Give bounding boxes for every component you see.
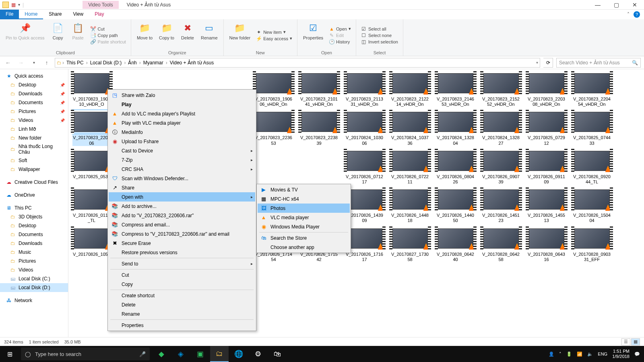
file-thumbnail[interactable]: V_20170825_072912 <box>527 112 566 146</box>
file-thumbnail[interactable]: V_20170826_071217 <box>345 151 384 185</box>
file-thumbnail[interactable]: V_20170823_210141_vHDR_On <box>300 73 338 107</box>
sidebar-item[interactable]: 🗀Documents <box>0 230 68 239</box>
tray-notifications-icon[interactable]: 💬 <box>634 352 640 357</box>
ctx-compress-rar-email[interactable]: 📚Compress to "V_20170823_220606.rar" and… <box>109 229 255 239</box>
easy-access-button[interactable]: ⚡Easy access ▾ <box>256 36 292 41</box>
ctx-delete[interactable]: Delete <box>109 300 255 309</box>
file-thumbnail[interactable]: V_20170826_090739 <box>482 151 520 185</box>
file-thumbnail[interactable]: V_20170826_143909 <box>345 189 384 223</box>
sidebar-item[interactable]: 🗀Nhà thuốc Long Châu <box>0 142 68 156</box>
file-thumbnail[interactable]: V_20170823_190810_vHDR_O <box>72 73 111 107</box>
ctx-play-vlc[interactable]: ▲Play with VLC media player <box>109 118 255 128</box>
sidebar-creative-cloud[interactable]: ☁Creative Cloud Files <box>0 178 68 187</box>
ctx-send-to[interactable]: Send to▸ <box>109 259 255 268</box>
openwith-mpchc[interactable]: ▦MPC-HC x64 <box>258 194 350 204</box>
select-none-button[interactable]: ☐Select none <box>361 33 398 38</box>
pin-quick-access-button[interactable]: 📌Pin to Quick access <box>3 21 47 49</box>
ctx-crc-sha[interactable]: CRC SHA▸ <box>109 165 255 174</box>
ctx-upload-fshare[interactable]: ◉Upload to Fshare <box>109 137 255 146</box>
cut-button[interactable]: ✂️Cut <box>91 26 126 32</box>
invert-selection-button[interactable]: ◫Invert selection <box>361 39 398 45</box>
paste-button[interactable]: 📋Paste <box>69 21 87 49</box>
taskbar-telegram[interactable]: ◈ <box>171 346 190 362</box>
tray-up-icon[interactable]: ˄ <box>559 352 561 357</box>
file-thumbnail[interactable]: V_20170826_080426 <box>436 151 475 185</box>
file-thumbnail[interactable]: V_20170826_144818 <box>391 189 429 223</box>
rename-button[interactable]: ▭Rename <box>198 21 220 49</box>
ctx-mediainfo[interactable]: ⓘMediaInfo <box>109 128 255 137</box>
ctx-add-archive[interactable]: 📚Add to archive... <box>109 202 255 211</box>
breadcrumb[interactable]: 🗀 › This PC› Local Disk (D:)› Ảnh› Myanm… <box>55 58 540 68</box>
sidebar-network[interactable]: 🖧Network <box>0 296 68 305</box>
file-thumbnail[interactable]: V_20170823_215252_vHDR_On <box>482 73 520 107</box>
view-thumbnails-button[interactable]: ▦ <box>631 338 640 346</box>
edit-button[interactable]: ✎Edit <box>329 33 351 38</box>
sidebar-item[interactable]: 🗀Music <box>0 248 68 257</box>
sidebar-item[interactable]: 🗀Downloads <box>0 239 68 248</box>
file-thumbnail[interactable]: V_20170826_171617 <box>345 228 384 262</box>
file-thumbnail[interactable]: V_20170823_220308_vHDR_On <box>527 73 566 107</box>
sidebar-item[interactable]: 🗀Linh Mỡ <box>0 125 68 134</box>
sidebar-item[interactable]: 🗀Desktop <box>0 221 68 230</box>
view-details-button[interactable]: ☰ <box>621 338 630 346</box>
sidebar-item[interactable]: 🗀Pictures <box>0 257 68 265</box>
sidebar-item[interactable]: 🗀Pictures📌 <box>0 107 68 116</box>
history-button[interactable]: 🕑History <box>329 39 351 45</box>
openwith-vlc[interactable]: ▲VLC media player <box>258 213 350 222</box>
ctx-share-zalo[interactable]: ◳Share with Zalo <box>109 90 255 100</box>
start-button[interactable]: ⊞ <box>0 346 19 362</box>
taskbar-search[interactable]: ◯ Type here to search 🎤 <box>21 348 150 360</box>
sidebar-item[interactable]: 🗀Soft <box>0 156 68 165</box>
file-thumbnail[interactable]: V_20170828_090331_EFF <box>573 228 611 262</box>
file-thumbnail[interactable]: V_20170825_0534 <box>72 151 111 185</box>
qat-dropdown-icon[interactable]: ▾ <box>18 2 20 7</box>
copy-path-button[interactable]: 📑Copy path <box>91 33 126 38</box>
sidebar-item[interactable]: 🖴Local Disk (D:) <box>0 283 68 292</box>
open-button[interactable]: ▲Open ▾ <box>329 26 351 32</box>
file-thumbnail[interactable]: V_20170826_0112_TL <box>72 189 111 223</box>
forward-button[interactable]: → <box>16 58 26 68</box>
sidebar-item[interactable]: 🗀3D Objects <box>0 212 68 221</box>
ctx-cast-device[interactable]: Cast to Device▸ <box>109 146 255 155</box>
file-thumbnail[interactable]: V_20170824_103006 <box>345 112 384 146</box>
file-thumbnail[interactable]: V_20170826_072211 <box>391 151 429 185</box>
qat-save-icon[interactable]: ▦ <box>11 2 16 8</box>
openwith-search-store[interactable]: 🛍Search the Store <box>258 233 350 243</box>
file-thumbnail[interactable]: V_20170823_211331_vHDR_On <box>345 73 384 107</box>
recent-button[interactable]: ▾ <box>29 58 39 68</box>
file-thumbnail[interactable]: V_20170823_190606_vHDR_On <box>254 73 293 107</box>
sidebar-item[interactable]: 🗀Videos <box>0 265 68 274</box>
sidebar-quick-access[interactable]: ★Quick access <box>0 72 68 80</box>
search-input[interactable]: Search Video + Ảnh từ Asus 🔍 <box>556 58 641 68</box>
sidebar-item[interactable]: 🖴Local Disk (C:) <box>0 274 68 283</box>
file-thumbnail[interactable]: V_20170823_220454_vHDR_On <box>573 73 611 107</box>
openwith-wmp[interactable]: ◉Windows Media Player <box>258 222 350 231</box>
openwith-movies-tv[interactable]: ▶Movies & TV <box>258 185 350 194</box>
file-thumbnail[interactable]: V_20170824_103736 <box>391 112 429 146</box>
ctx-restore-previous[interactable]: Restore previous versions <box>109 248 255 257</box>
file-thumbnail[interactable]: V_20170823_214653_vHDR_On <box>436 73 475 107</box>
ctx-open-with[interactable]: Open with▸ <box>109 192 255 202</box>
taskbar-chrome[interactable]: 🌐 <box>229 346 248 362</box>
back-button[interactable]: ← <box>3 58 13 68</box>
properties-button[interactable]: ☑Properties <box>301 21 326 49</box>
tray-people-icon[interactable]: 👤 <box>549 352 554 357</box>
close-button[interactable]: ✕ <box>625 0 644 10</box>
tab-view[interactable]: View <box>67 10 89 19</box>
sidebar-item[interactable]: 🗀New folder <box>0 134 68 142</box>
ctx-scan-defender[interactable]: 🛡Scan with Windows Defender... <box>109 174 255 183</box>
file-thumbnail[interactable]: V_20170828_064316 <box>527 228 566 262</box>
taskbar-settings[interactable]: ⚙ <box>249 346 267 362</box>
ctx-cut[interactable]: Cut <box>109 270 255 280</box>
file-thumbnail[interactable]: V_20170826_150404 <box>573 189 611 223</box>
file-thumbnail[interactable]: V_20170824_132827 <box>482 112 520 146</box>
file-thumbnail[interactable]: V_20170823_223653 <box>254 112 293 146</box>
sidebar-item[interactable]: 🗀Downloads📌 <box>0 89 68 98</box>
sidebar-this-pc[interactable]: 🖥This PC <box>0 204 68 212</box>
copy-to-button[interactable]: 📁Copy to <box>157 21 177 49</box>
sidebar-item[interactable]: 🗀Documents📌 <box>0 98 68 107</box>
taskbar-file-explorer[interactable]: 🗂 <box>210 346 229 362</box>
ctx-7zip[interactable]: 7-Zip▸ <box>109 155 255 165</box>
tray-battery-icon[interactable]: 🔋 <box>566 352 572 357</box>
ctx-add-vlc-playlist[interactable]: ▲Add to VLC media player's Playlist <box>109 109 255 118</box>
